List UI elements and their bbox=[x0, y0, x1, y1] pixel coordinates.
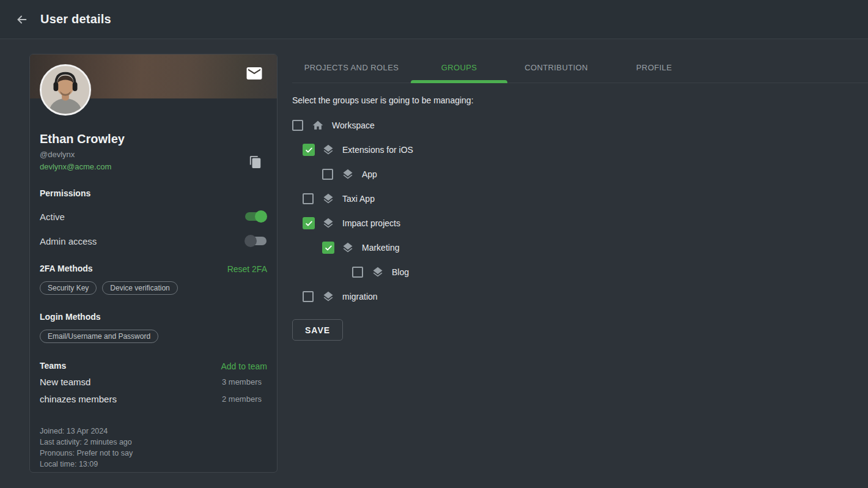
layers-icon bbox=[342, 242, 354, 254]
twofa-title: 2FA Methods bbox=[40, 264, 93, 274]
team-row: chinazes members2 members bbox=[40, 393, 267, 405]
tree-row-app: App bbox=[292, 162, 868, 187]
toggle-row-active: Active bbox=[40, 210, 267, 223]
tree-row-extensions-for-ios: Extensions for iOS bbox=[292, 138, 868, 162]
user-name: Ethan Crowley bbox=[40, 131, 267, 146]
permissions-title: Permissions bbox=[40, 188, 267, 199]
twofa-chip-device-verification: Device verification bbox=[102, 281, 177, 295]
tab-bar: PROJECTS AND ROLESGROUPSCONTRIBUTIONPROF… bbox=[292, 52, 868, 83]
home-icon bbox=[312, 119, 324, 131]
back-arrow-icon[interactable] bbox=[15, 12, 29, 27]
checkbox-workspace[interactable] bbox=[292, 120, 303, 131]
layers-icon bbox=[322, 193, 334, 205]
checkbox-app[interactable] bbox=[322, 169, 333, 180]
checkbox-marketing[interactable] bbox=[322, 242, 334, 254]
add-to-team-link[interactable]: Add to team bbox=[221, 361, 268, 371]
tree-row-marketing: Marketing bbox=[292, 235, 868, 260]
admin-access-toggle[interactable] bbox=[245, 235, 267, 247]
toggle-label: Active bbox=[40, 212, 65, 222]
checkbox-migration[interactable] bbox=[303, 291, 314, 302]
team-list: New teamsd3 memberschinazes members2 mem… bbox=[40, 375, 267, 405]
groups-tree: WorkspaceExtensions for iOSAppTaxi AppIm… bbox=[292, 113, 868, 309]
tree-label: Marketing bbox=[362, 243, 399, 253]
twofa-chips: Security KeyDevice verification bbox=[40, 281, 267, 295]
team-name: New teamsd bbox=[40, 375, 90, 388]
tab-groups[interactable]: GROUPS bbox=[411, 52, 507, 83]
toggle-row-admin-access: Admin access bbox=[40, 234, 267, 248]
save-button[interactable]: SAVE bbox=[292, 319, 343, 341]
meta-line: Last activity: 2 minutes ago bbox=[40, 437, 267, 448]
team-members-count: 3 members bbox=[222, 377, 267, 386]
tab-contribution[interactable]: CONTRIBUTION bbox=[507, 52, 605, 83]
layers-icon bbox=[372, 266, 384, 278]
layers-icon bbox=[342, 168, 354, 180]
user-email[interactable]: devlynx@acme.com bbox=[40, 162, 267, 171]
team-row: New teamsd3 members bbox=[40, 375, 267, 388]
groups-instruction: Select the groups user is going to be ma… bbox=[292, 95, 868, 105]
team-members-count: 2 members bbox=[222, 394, 267, 404]
send-email-icon[interactable] bbox=[245, 64, 263, 83]
tab-profile[interactable]: PROFILE bbox=[605, 52, 703, 83]
login-chip-email-username-and-password: Email/Username and Password bbox=[40, 330, 158, 343]
layers-icon bbox=[322, 144, 334, 156]
login-methods-title: Login Methods bbox=[40, 312, 267, 322]
profile-card: Ethan Crowley @devlynx devlynx@acme.com … bbox=[29, 54, 278, 473]
user-meta: Joined: 13 Apr 2024Last activity: 2 minu… bbox=[40, 426, 267, 473]
tree-label: Workspace bbox=[332, 120, 375, 130]
active-toggle[interactable] bbox=[245, 210, 267, 223]
teams-title: Teams bbox=[40, 361, 66, 371]
reset-2fa-link[interactable]: Reset 2FA bbox=[227, 264, 267, 274]
top-bar: User details bbox=[0, 0, 868, 39]
tree-row-workspace: Workspace bbox=[292, 113, 868, 138]
meta-line: Joined: 13 Apr 2024 bbox=[40, 426, 267, 437]
checkbox-blog[interactable] bbox=[352, 267, 363, 278]
checkbox-impact-projects[interactable] bbox=[303, 217, 315, 229]
meta-line: Pronouns: Prefer not to say bbox=[40, 448, 267, 459]
team-name: chinazes members bbox=[40, 393, 117, 405]
meta-line: Personal access tokens: 0 bbox=[40, 470, 267, 473]
tree-row-blog: Blog bbox=[292, 260, 868, 284]
tree-label: Blog bbox=[392, 267, 409, 277]
tree-label: App bbox=[362, 169, 377, 179]
tree-label: Taxi App bbox=[342, 194, 375, 204]
tree-row-migration: migration bbox=[292, 284, 868, 309]
meta-line: Local time: 13:09 bbox=[40, 459, 267, 470]
login-method-chips: Email/Username and Password bbox=[40, 330, 267, 343]
tree-row-taxi-app: Taxi App bbox=[292, 187, 868, 211]
tree-row-impact-projects: Impact projects bbox=[292, 211, 868, 235]
twofa-chip-security-key: Security Key bbox=[40, 281, 97, 295]
tree-label: migration bbox=[342, 292, 378, 301]
tree-label: Extensions for iOS bbox=[342, 145, 413, 155]
checkbox-taxi-app[interactable] bbox=[303, 193, 314, 204]
layers-icon bbox=[322, 217, 334, 229]
tab-projects-and-roles[interactable]: PROJECTS AND ROLES bbox=[292, 52, 411, 83]
copy-icon[interactable] bbox=[249, 155, 262, 169]
main-panel: PROJECTS AND ROLESGROUPSCONTRIBUTIONPROF… bbox=[292, 52, 868, 341]
layers-icon bbox=[322, 290, 334, 303]
tree-label: Impact projects bbox=[342, 218, 400, 228]
toggle-label: Admin access bbox=[40, 236, 97, 246]
permissions-toggles: ActiveAdmin access bbox=[40, 210, 267, 248]
checkbox-extensions-for-ios[interactable] bbox=[303, 144, 315, 156]
page-title: User details bbox=[40, 12, 111, 26]
user-handle: @devlynx bbox=[40, 150, 267, 159]
